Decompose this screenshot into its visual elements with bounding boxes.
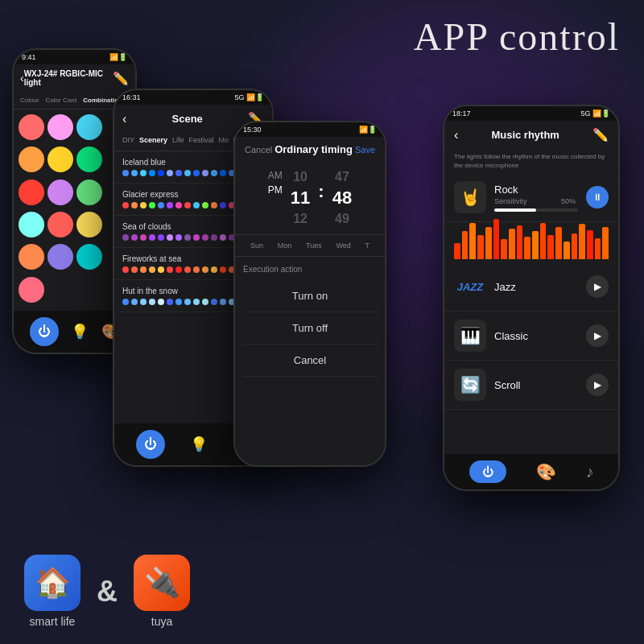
bulb-icon-left[interactable]: 💡 xyxy=(71,323,89,341)
scene-dot xyxy=(131,266,138,273)
color-swatch[interactable] xyxy=(19,244,44,270)
eq-bar xyxy=(540,223,547,259)
scene-dot xyxy=(193,202,200,208)
scene-dot xyxy=(131,170,138,176)
tab-colour[interactable]: Colour xyxy=(20,97,39,104)
timing-cancel-btn[interactable]: Cancel xyxy=(245,145,272,155)
am-label[interactable]: AM xyxy=(268,170,283,181)
music-header: ‹ Music rhythm ✏️ xyxy=(444,121,618,149)
status-time-timing: 15:30 xyxy=(243,126,262,134)
scene-dot xyxy=(202,266,208,273)
power-btn-left[interactable]: ⏻ xyxy=(30,317,59,346)
rock-info: Rock Sensitivity 50% xyxy=(494,184,578,212)
scene-dot xyxy=(140,299,147,305)
classic-info: Classic xyxy=(494,330,578,342)
color-swatch[interactable] xyxy=(19,277,44,303)
scene-dot xyxy=(175,266,182,273)
scene-dot xyxy=(175,170,182,176)
power-btn-scene[interactable]: ⏻ xyxy=(136,430,165,459)
color-swatch[interactable] xyxy=(76,147,102,172)
phone-timing: 15:30 📶🔋 Cancel Ordinary timing Save AM … xyxy=(233,121,386,467)
rock-pause-btn[interactable]: ⏸ xyxy=(586,186,609,208)
action-turn-off[interactable]: Turn off xyxy=(243,312,377,345)
music-title: Music rhythm xyxy=(491,129,559,141)
color-swatch[interactable] xyxy=(76,114,102,140)
tab-color-card[interactable]: Color Card xyxy=(46,97,77,104)
sensitivity-fill xyxy=(494,208,536,212)
color-swatch[interactable] xyxy=(47,114,73,140)
day-mon[interactable]: Mon xyxy=(278,242,292,250)
scene-dot xyxy=(193,266,200,273)
day-tues[interactable]: Tues xyxy=(306,242,322,250)
power-btn-music[interactable]: ⏻ xyxy=(469,460,506,483)
classic-play-btn[interactable]: ▶ xyxy=(586,324,609,347)
bottom-apps: 🏠 smart life & 🔌 tuya xyxy=(24,555,190,628)
color-swatch[interactable] xyxy=(47,180,73,205)
scene-title: Scene xyxy=(172,113,203,125)
jazz-play-btn[interactable]: ▶ xyxy=(586,275,609,298)
execution-label: Execution action xyxy=(243,265,377,274)
scene-dot xyxy=(122,266,129,273)
day-thu[interactable]: T xyxy=(365,242,370,250)
color-swatch[interactable] xyxy=(47,212,73,237)
timing-save-btn[interactable]: Save xyxy=(355,145,375,155)
scene-dot xyxy=(184,202,191,208)
scene-dot xyxy=(167,266,173,273)
edit-icon-left[interactable]: ✏️ xyxy=(113,71,129,86)
color-swatch[interactable] xyxy=(19,180,44,205)
eq-bar xyxy=(532,231,539,259)
music-item-scroll[interactable]: 🔄 Scroll ▶ xyxy=(444,361,618,410)
scene-dot xyxy=(140,170,147,176)
music-item-rock[interactable]: 🤘 Rock Sensitivity 50% ⏸ xyxy=(444,173,618,222)
hours-col: 10 11 12 xyxy=(291,170,310,226)
color-swatch[interactable] xyxy=(19,114,44,140)
day-sun[interactable]: Sun xyxy=(250,242,263,250)
color-swatch[interactable] xyxy=(47,244,73,270)
eq-bar xyxy=(547,235,554,259)
minutes-col: 47 48 49 xyxy=(332,170,352,226)
pm-label[interactable]: PM xyxy=(268,184,283,196)
back-arrow-scene[interactable]: ‹ xyxy=(122,112,126,126)
bulb-icon-scene[interactable]: 💡 xyxy=(190,436,208,453)
scene-tab-mo[interactable]: Mo xyxy=(219,136,229,147)
hours-above: 10 xyxy=(293,170,308,184)
scene-dot xyxy=(122,202,129,208)
music-item-jazz[interactable]: JAZZ Jazz ▶ xyxy=(444,262,618,312)
back-arrow-music[interactable]: ‹ xyxy=(454,128,458,142)
scene-tab-scenery[interactable]: Scenery xyxy=(139,136,167,147)
rock-sensitivity: Sensitivity 50% xyxy=(494,197,578,205)
scene-dot xyxy=(122,170,129,176)
color-swatch[interactable] xyxy=(19,212,44,237)
scene-dot xyxy=(167,170,173,176)
color-swatch[interactable] xyxy=(47,147,73,172)
eq-bar xyxy=(564,242,570,259)
tuya-icon[interactable]: 🔌 xyxy=(134,555,190,611)
scene-dot xyxy=(167,299,173,305)
music-item-classic[interactable]: 🎹 Classic ▶ xyxy=(444,312,618,361)
scene-dot xyxy=(158,266,164,273)
status-bar-left: 9:41 📶🔋 xyxy=(14,50,135,64)
action-cancel[interactable]: Cancel xyxy=(243,345,377,377)
palette-icon-music[interactable]: 🎨 xyxy=(536,462,556,481)
scene-dot xyxy=(158,234,164,241)
scene-dot xyxy=(140,234,147,241)
scene-dot xyxy=(193,234,200,241)
scroll-play-btn[interactable]: ▶ xyxy=(586,374,609,396)
scene-tab-life[interactable]: Life xyxy=(172,136,184,147)
color-swatch[interactable] xyxy=(76,244,102,270)
color-swatch[interactable] xyxy=(19,147,44,172)
edit-icon-music[interactable]: ✏️ xyxy=(592,127,609,142)
color-swatch[interactable] xyxy=(76,212,102,237)
day-wed[interactable]: Wed xyxy=(336,242,350,250)
eq-bar xyxy=(501,239,507,259)
scene-dot xyxy=(158,202,164,208)
scene-tab-diy[interactable]: DIY xyxy=(122,136,134,147)
scene-tab-festival[interactable]: Festival xyxy=(189,136,214,147)
color-swatch[interactable] xyxy=(76,180,102,205)
music-note-icon[interactable]: ♪ xyxy=(586,463,594,481)
action-turn-on[interactable]: Turn on xyxy=(243,280,377,312)
scene-dot xyxy=(220,170,226,176)
scene-dot xyxy=(131,202,138,208)
scene-dot xyxy=(202,170,208,176)
smart-life-icon[interactable]: 🏠 xyxy=(24,555,80,611)
